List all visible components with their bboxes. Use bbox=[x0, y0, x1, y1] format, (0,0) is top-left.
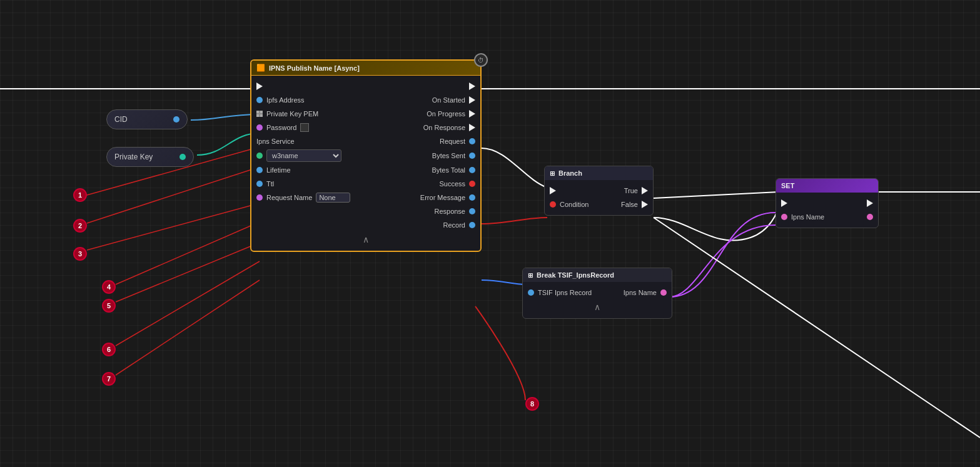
on-progress-pin bbox=[469, 110, 475, 118]
branch-exec-row: True bbox=[545, 184, 653, 198]
ipns-name-out-pin bbox=[660, 289, 667, 296]
break-tsif-node: ⊞ Break TSIF_IpnsRecord TSIF Ipns Record… bbox=[522, 268, 672, 319]
private-key-pem-pin bbox=[256, 111, 263, 117]
branch-node: ⊞ Branch True Condition False bbox=[544, 166, 654, 216]
exec-in-pin bbox=[256, 83, 263, 90]
ipfs-address-label: Ipfs Address bbox=[266, 96, 305, 104]
set-body: Ipns Name bbox=[776, 193, 878, 228]
grid-background bbox=[0, 0, 980, 467]
ipfs-address-row: Ipfs Address On Started bbox=[251, 93, 480, 107]
on-progress-label: On Progress bbox=[427, 110, 465, 118]
badge-3: 3 bbox=[73, 247, 87, 261]
on-started-pin bbox=[469, 96, 475, 104]
ipns-name-out-label: Ipns Name bbox=[624, 289, 657, 296]
ipns-body: Ipfs Address On Started Private Key PEM … bbox=[251, 76, 480, 251]
bytes-sent-pin bbox=[469, 153, 475, 159]
set-exec-row bbox=[776, 196, 878, 210]
cid-label: CID bbox=[114, 115, 128, 124]
ipns-publish-node: ⏱ 🟧 IPNS Publish Name [Async] Ipfs Addre… bbox=[250, 59, 482, 252]
clock-icon: ⏱ bbox=[474, 53, 488, 67]
set-node: SET Ipns Name bbox=[775, 178, 879, 228]
branch-false-label: False bbox=[621, 201, 638, 208]
branch-condition-pin bbox=[550, 201, 556, 208]
badge-7: 7 bbox=[102, 372, 116, 386]
set-title: SET bbox=[781, 182, 794, 189]
response-row: Response bbox=[251, 204, 480, 218]
service-select[interactable]: w3name bbox=[266, 149, 341, 162]
badge-2: 2 bbox=[73, 219, 87, 233]
badge-6: 6 bbox=[102, 343, 116, 356]
request-pin bbox=[469, 138, 475, 144]
private-key-label: Private Key bbox=[114, 153, 153, 161]
branch-condition-label: Condition bbox=[560, 201, 589, 208]
break-tsif-collapse[interactable]: ∧ bbox=[523, 299, 672, 314]
record-row: Record bbox=[251, 218, 480, 232]
set-ipns-name-out-pin bbox=[867, 214, 873, 220]
tsif-record-label: TSIF Ipns Record bbox=[538, 289, 592, 296]
request-label: Request bbox=[440, 138, 465, 145]
password-pin bbox=[256, 124, 263, 131]
cid-output-pin bbox=[173, 116, 179, 123]
break-tsif-body: TSIF Ipns Record Ipns Name ∧ bbox=[523, 282, 672, 318]
ipns-title: IPNS Publish Name [Async] bbox=[269, 64, 360, 72]
branch-title: Branch bbox=[558, 169, 582, 177]
error-message-pin bbox=[469, 194, 475, 201]
service-dropdown-row: w3name Bytes Sent bbox=[251, 148, 480, 163]
record-pin bbox=[469, 222, 475, 228]
branch-exec-in bbox=[550, 187, 556, 194]
ttl-row: Ttl Success bbox=[251, 177, 480, 191]
collapse-arrow[interactable]: ∧ bbox=[251, 232, 480, 247]
branch-false-pin bbox=[642, 201, 648, 208]
success-pin bbox=[469, 181, 475, 187]
lifetime-row: Lifetime Bytes Total bbox=[251, 163, 480, 177]
success-label: Success bbox=[439, 180, 465, 188]
private-key-node: Private Key bbox=[106, 147, 194, 167]
ipns-header: 🟧 IPNS Publish Name [Async] bbox=[251, 61, 480, 76]
error-message-label: Error Message bbox=[420, 194, 465, 201]
lifetime-pin bbox=[256, 167, 263, 173]
break-tsif-header: ⊞ Break TSIF_IpnsRecord bbox=[523, 268, 672, 282]
branch-condition-row: Condition False bbox=[545, 198, 653, 211]
ipns-service-label: Ipns Service bbox=[256, 138, 295, 145]
badge-1: 1 bbox=[73, 188, 87, 202]
password-checkbox[interactable] bbox=[300, 123, 309, 132]
set-ipns-name-label: Ipns Name bbox=[791, 213, 824, 221]
private-key-pem-row: Private Key PEM On Progress bbox=[251, 107, 480, 121]
branch-header: ⊞ Branch bbox=[545, 166, 653, 180]
on-response-label: On Response bbox=[423, 124, 465, 131]
badge-8: 8 bbox=[525, 397, 539, 411]
set-exec-in bbox=[781, 199, 787, 207]
exec-out-pin bbox=[469, 83, 475, 90]
badge-4: 4 bbox=[102, 280, 116, 294]
break-tsif-title: Break TSIF_IpnsRecord bbox=[537, 271, 614, 279]
record-label: Record bbox=[443, 221, 465, 229]
service-pin bbox=[256, 153, 263, 159]
ttl-pin bbox=[256, 181, 263, 187]
set-ipns-name-in-pin bbox=[781, 214, 787, 220]
bytes-total-pin bbox=[469, 167, 475, 173]
ipns-service-row: Ipns Service Request bbox=[251, 134, 480, 148]
set-header: SET bbox=[776, 179, 878, 193]
private-key-output-pin bbox=[179, 154, 186, 160]
on-started-label: On Started bbox=[432, 96, 465, 104]
bytes-sent-label: Bytes Sent bbox=[432, 152, 465, 159]
password-row: Password On Response bbox=[251, 121, 480, 134]
password-label: Password bbox=[266, 124, 296, 131]
tsif-record-pin bbox=[528, 289, 534, 296]
set-ipns-name-row: Ipns Name bbox=[776, 210, 878, 224]
branch-true-pin bbox=[642, 187, 648, 194]
set-exec-out bbox=[867, 199, 873, 207]
exec-row bbox=[251, 79, 480, 93]
ttl-label: Ttl bbox=[266, 180, 274, 188]
ipfs-address-pin bbox=[256, 97, 263, 103]
cid-node: CID bbox=[106, 109, 188, 129]
private-key-pem-label: Private Key PEM bbox=[266, 110, 318, 118]
bytes-total-label: Bytes Total bbox=[432, 166, 465, 174]
request-name-input[interactable] bbox=[316, 193, 350, 203]
on-response-pin bbox=[469, 124, 475, 131]
request-name-pin bbox=[256, 194, 263, 201]
request-name-label: Request Name bbox=[266, 194, 312, 201]
break-tsif-pins-row: TSIF Ipns Record Ipns Name bbox=[523, 286, 672, 299]
branch-body: True Condition False bbox=[545, 180, 653, 215]
response-pin bbox=[469, 208, 475, 214]
